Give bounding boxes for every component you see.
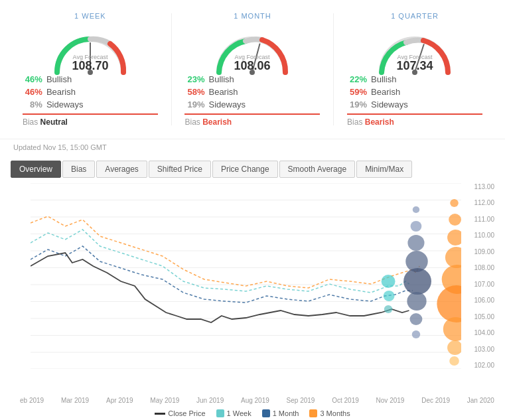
close-price-line bbox=[31, 253, 409, 322]
bubble-dec-3 bbox=[407, 235, 424, 251]
tabs-row: Overview Bias Averages Shifted Price Pri… bbox=[0, 155, 505, 183]
bearish-label-1quarter: Bearish bbox=[371, 87, 400, 97]
bullish-row-1quarter: 22% Bullish bbox=[347, 74, 482, 84]
legend-1week: 1 Week bbox=[216, 409, 252, 417]
x-label-mar: Mar 2019 bbox=[61, 397, 89, 404]
chart-area: 113.00 112.00 111.00 110.00 109.00 108.0… bbox=[0, 183, 505, 395]
legend-3months-label: 3 Months bbox=[320, 409, 350, 417]
gauge-card-1week: 1 WEEK Avg Forecast 108.70 46% Bullish bbox=[17, 7, 163, 132]
tab-price-change[interactable]: Price Change bbox=[212, 161, 278, 178]
tab-shifted-price[interactable]: Shifted Price bbox=[149, 161, 211, 178]
x-label-apr: Apr 2019 bbox=[106, 397, 133, 404]
bias-row-1month: Bias Bearish bbox=[184, 113, 320, 127]
bubble-jan-7 bbox=[443, 317, 461, 341]
sideways-label-1quarter: Sideways bbox=[371, 100, 408, 109]
period-label-1quarter: 1 QUARTER bbox=[391, 12, 439, 20]
x-label-oct: Oct 2019 bbox=[332, 397, 359, 404]
svg-text:107.34: 107.34 bbox=[397, 59, 433, 72]
legend-1week-label: 1 Week bbox=[227, 409, 252, 417]
period-label-1week: 1 WEEK bbox=[74, 12, 106, 20]
bubble-dec-5 bbox=[403, 268, 431, 295]
y-label-105: 105.00 bbox=[465, 313, 494, 320]
bubble-jan-9 bbox=[449, 356, 459, 366]
x-label-aug: Aug 2019 bbox=[241, 397, 269, 404]
bullish-label-1quarter: Bullish bbox=[371, 74, 396, 84]
y-label-104: 104.00 bbox=[465, 329, 494, 336]
x-label-feb: eb 2019 bbox=[20, 397, 44, 404]
sideways-pct-1quarter: 19% bbox=[347, 100, 367, 109]
bubble-nov-3 bbox=[384, 305, 393, 313]
bullish-pct-1week: 46% bbox=[23, 74, 42, 84]
bearish-label-1month: Bearish bbox=[208, 87, 238, 97]
tab-averages[interactable]: Averages bbox=[96, 161, 147, 178]
sideways-row-1month: 19% Sideways bbox=[184, 100, 320, 109]
tab-bias[interactable]: Bias bbox=[62, 161, 95, 178]
bias-value-1quarter: Bearish bbox=[365, 117, 394, 127]
chart-wrapper: 113.00 112.00 111.00 110.00 109.00 108.0… bbox=[11, 183, 494, 369]
bubble-dec-7 bbox=[410, 313, 423, 325]
y-axis: 113.00 112.00 111.00 110.00 109.00 108.0… bbox=[465, 183, 494, 369]
bias-row-1quarter: Bias Bearish bbox=[347, 113, 482, 127]
bubble-dec-6 bbox=[407, 292, 426, 311]
legend-3months: 3 Months bbox=[309, 409, 350, 417]
x-label-jan: Jan 2020 bbox=[467, 397, 494, 404]
x-label-dec: Dec 2019 bbox=[421, 397, 450, 404]
bullish-pct-1month: 23% bbox=[184, 74, 204, 84]
gauge-card-1quarter: 1 QUARTER Avg Forecast 107.34 22% Bullis… bbox=[342, 7, 488, 132]
bias-row-1week: Bias Neutral bbox=[23, 113, 158, 127]
sideways-pct-1week: 8% bbox=[23, 100, 42, 109]
updated-text: Updated Nov 15, 15:00 GMT bbox=[0, 139, 505, 155]
bearish-row-1month: 58% Bearish bbox=[184, 87, 320, 97]
bearish-label-1week: Bearish bbox=[46, 87, 76, 97]
bearish-row-1week: 46% Bearish bbox=[23, 87, 158, 97]
tab-smooth-average[interactable]: Smooth Average bbox=[279, 161, 356, 178]
legend-close-price: Close Price bbox=[155, 409, 205, 417]
legend-row: Close Price 1 Week 1 Month 3 Months bbox=[0, 407, 505, 420]
svg-text:108.70: 108.70 bbox=[72, 59, 108, 72]
x-label-may: May 2019 bbox=[150, 397, 179, 404]
tab-overview[interactable]: Overview bbox=[11, 161, 61, 178]
y-label-107: 107.00 bbox=[465, 281, 494, 288]
y-label-103: 103.00 bbox=[465, 346, 494, 353]
x-label-nov: Nov 2019 bbox=[376, 397, 405, 404]
bubble-dec-1 bbox=[413, 206, 419, 213]
blue-line bbox=[31, 246, 413, 303]
svg-text:108.06: 108.06 bbox=[234, 59, 271, 72]
bubble-jan-6 bbox=[437, 285, 461, 322]
sideways-label-1month: Sideways bbox=[208, 100, 246, 109]
bubble-dec-8 bbox=[412, 330, 421, 338]
bubble-jan-8 bbox=[447, 340, 461, 355]
cyan-line bbox=[31, 230, 409, 293]
bubble-dec-2 bbox=[411, 221, 422, 232]
gauge-card-1month: 1 MONTH Avg Forecast 108.06 23% Bullish … bbox=[179, 7, 325, 132]
sideways-pct-1month: 19% bbox=[184, 100, 204, 109]
bias-value-1month: Bearish bbox=[202, 117, 232, 127]
bearish-pct-1month: 58% bbox=[184, 87, 204, 97]
gauge-1month: Avg Forecast 108.06 bbox=[209, 23, 295, 69]
bearish-pct-1week: 46% bbox=[23, 87, 42, 97]
bullish-label-1month: Bullish bbox=[208, 74, 234, 84]
bullish-row-1week: 46% Bullish bbox=[23, 74, 158, 84]
period-label-1month: 1 MONTH bbox=[234, 12, 271, 20]
bullish-row-1month: 23% Bullish bbox=[184, 74, 320, 84]
bullish-label-1week: Bullish bbox=[46, 74, 72, 84]
bias-value-1week: Neutral bbox=[40, 117, 68, 127]
y-label-110: 110.00 bbox=[465, 232, 494, 239]
y-label-113: 113.00 bbox=[465, 183, 494, 190]
x-label-sep: Sep 2019 bbox=[287, 397, 315, 404]
chart-svg bbox=[31, 183, 461, 369]
x-axis: eb 2019 Mar 2019 Apr 2019 May 2019 Jun 2… bbox=[0, 395, 505, 404]
legend-3months-icon bbox=[309, 409, 317, 417]
sideways-row-1quarter: 19% Sideways bbox=[347, 100, 482, 109]
legend-close-price-icon bbox=[155, 413, 165, 415]
top-section: 1 WEEK Avg Forecast 108.70 46% Bullish bbox=[0, 0, 505, 139]
y-label-106: 106.00 bbox=[465, 297, 494, 304]
legend-1week-icon bbox=[216, 409, 224, 417]
y-label-102: 102.00 bbox=[465, 362, 494, 369]
bubble-jan-3 bbox=[447, 230, 461, 245]
x-label-jun: Jun 2019 bbox=[196, 397, 224, 404]
gauge-1week: Avg Forecast 108.70 bbox=[47, 23, 133, 69]
legend-1month: 1 Month bbox=[262, 409, 299, 417]
tab-minim-max[interactable]: Minim/Max bbox=[356, 161, 412, 178]
orange-line bbox=[31, 216, 419, 288]
